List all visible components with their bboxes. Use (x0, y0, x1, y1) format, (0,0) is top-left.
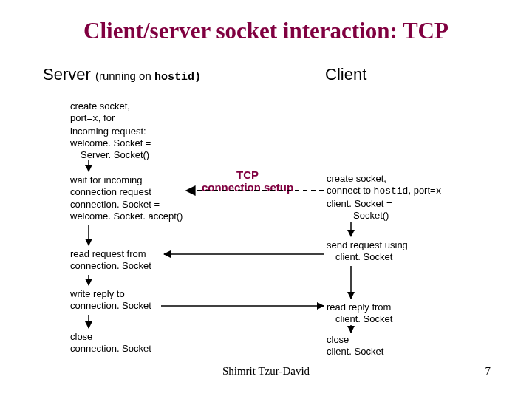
text-line: close (70, 331, 151, 343)
text-line: client. Socket (327, 251, 408, 263)
text-line: wait for incoming (70, 174, 183, 186)
tcp-setup-label: TCP connection setup (192, 169, 303, 194)
client-create-socket: create socket, connect to hostid, port=x… (327, 173, 441, 222)
server-hostid: hostid) (154, 71, 201, 83)
text-line: create socket, (70, 100, 151, 112)
slide: Client/server socket interaction: TCP Se… (0, 0, 532, 399)
server-heading: Server (running on hostid) (43, 65, 201, 84)
client-send-request: send request using client. Socket (327, 239, 408, 264)
client-read-reply: read reply from client. Socket (327, 301, 392, 326)
text-line: close (327, 334, 383, 346)
text-line: send request using (327, 239, 408, 251)
slide-title: Client/server socket interaction: TCP (0, 18, 532, 44)
text-line: client. Socket (327, 346, 383, 358)
server-read-request: read request from connection. Socket (70, 248, 151, 273)
server-create-socket: create socket, port=x, for incoming requ… (70, 100, 151, 161)
text-line: connection setup (192, 182, 303, 194)
text-line: connection. Socket = (70, 199, 183, 211)
text-line: port=x, for (70, 112, 151, 125)
text-line: create socket, (327, 173, 441, 185)
text-line: read reply from (327, 301, 392, 313)
footer-author: Shimrit Tzur-David (0, 365, 532, 378)
server-running-prefix: (running on (95, 69, 154, 82)
text-line: write reply to (70, 288, 151, 300)
text-line: incoming request: (70, 126, 151, 137)
text-line: connection. Socket (70, 300, 151, 312)
client-heading: Client (325, 65, 366, 84)
text-line: TCP (192, 169, 303, 182)
page-number: 7 (485, 365, 491, 378)
text-line: connection. Socket (70, 260, 151, 272)
text-line: connection. Socket (70, 343, 151, 355)
server-wait-accept: wait for incoming connection request con… (70, 174, 183, 222)
text-line: connect to hostid, port=x (327, 185, 441, 197)
text-line: Server. Socket() (70, 149, 151, 161)
text-line: read request from (70, 248, 151, 260)
text-line: welcome. Socket = (70, 137, 151, 149)
text-line: client. Socket = (327, 198, 441, 210)
text-line: connection request (70, 186, 183, 198)
client-close: close client. Socket (327, 334, 383, 358)
text-line: welcome. Socket. accept() (70, 211, 183, 222)
text-line: Socket() (327, 210, 441, 222)
server-close: close connection. Socket (70, 331, 151, 355)
server-write-reply: write reply to connection. Socket (70, 288, 151, 313)
server-heading-text: Server (43, 65, 91, 83)
text-line: client. Socket (327, 313, 392, 325)
